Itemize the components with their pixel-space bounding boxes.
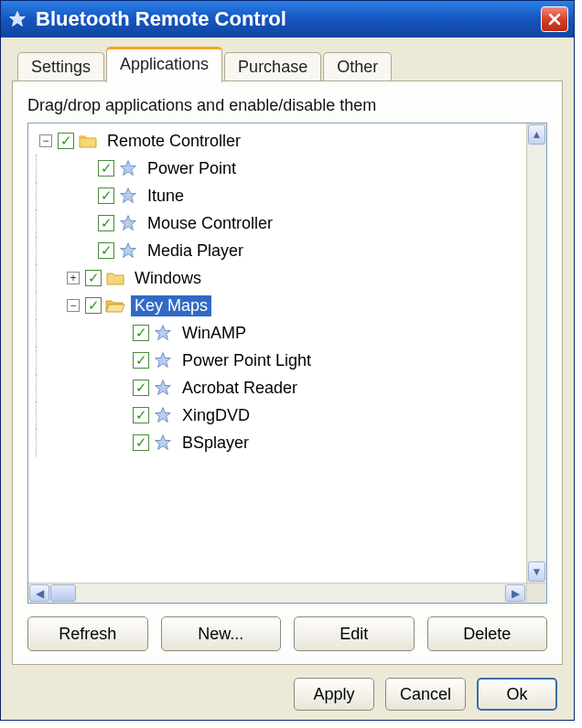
tree-view[interactable]: − ✓ Remote Controller ✓: [27, 123, 547, 604]
checkbox[interactable]: ✓: [85, 270, 102, 286]
checkbox[interactable]: ✓: [133, 380, 149, 396]
tree-label[interactable]: Windows: [131, 268, 205, 289]
svg-marker-8: [156, 408, 171, 423]
edit-button[interactable]: Edit: [294, 616, 415, 651]
svg-marker-7: [156, 380, 171, 395]
star-icon: [118, 241, 138, 261]
scroll-track[interactable]: [528, 145, 545, 561]
tree-label[interactable]: Mouse Controller: [144, 213, 276, 234]
dialog-button-row: Apply Cancel Ok: [12, 678, 563, 711]
tree-label[interactable]: BSplayer: [178, 433, 253, 454]
cancel-button[interactable]: Cancel: [385, 678, 466, 711]
tree-item-acrobat-reader[interactable]: ✓ Acrobat Reader: [36, 374, 524, 401]
scroll-left-icon[interactable]: ◀: [29, 584, 49, 602]
scroll-down-icon[interactable]: ▼: [528, 562, 545, 582]
svg-marker-3: [121, 216, 136, 230]
expander-plus-icon[interactable]: +: [67, 272, 80, 284]
tab-panel-applications: Drag/drop applications and enable/disabl…: [12, 80, 563, 665]
tree-item-power-point[interactable]: ✓ Power Point: [36, 155, 524, 182]
checkbox[interactable]: ✓: [133, 434, 149, 451]
star-icon: [153, 378, 173, 398]
tree-content: − ✓ Remote Controller ✓: [28, 123, 526, 583]
scroll-thumb[interactable]: [50, 584, 76, 602]
window: Bluetooth Remote Control Settings Applic…: [0, 0, 575, 721]
window-title: Bluetooth Remote Control: [36, 7, 541, 31]
tree-item-bsplayer[interactable]: ✓ BSplayer: [36, 429, 524, 456]
vertical-scrollbar[interactable]: ▲ ▼: [526, 123, 546, 583]
app-star-icon: [6, 8, 28, 30]
client-area: Settings Applications Purchase Other Dra…: [1, 37, 574, 720]
checkbox[interactable]: ✓: [98, 160, 114, 177]
folder-open-icon: [105, 295, 125, 316]
svg-marker-2: [121, 188, 136, 203]
instruction-text: Drag/drop applications and enable/disabl…: [27, 96, 547, 115]
tree-label[interactable]: Key Maps: [131, 295, 211, 316]
checkbox[interactable]: ✓: [98, 215, 114, 231]
expander-minus-icon[interactable]: −: [67, 299, 80, 312]
tree-label[interactable]: Remote Controller: [103, 131, 244, 152]
svg-marker-6: [156, 353, 171, 368]
tree-item-windows[interactable]: + ✓ Windows: [36, 264, 524, 292]
scroll-corner: [526, 583, 546, 603]
refresh-button[interactable]: Refresh: [27, 616, 148, 651]
apply-button[interactable]: Apply: [294, 678, 374, 711]
tree-label[interactable]: Media Player: [144, 241, 247, 262]
tree-label[interactable]: Itune: [144, 186, 188, 207]
new-button[interactable]: New...: [161, 616, 282, 651]
scroll-up-icon[interactable]: ▲: [528, 124, 545, 145]
tab-applications[interactable]: Applications: [106, 47, 222, 82]
tree-item-mouse-controller[interactable]: ✓ Mouse Controller: [36, 209, 524, 237]
checkbox[interactable]: ✓: [133, 352, 149, 369]
horizontal-scrollbar[interactable]: ◀ ▶: [28, 583, 546, 603]
tree-item-media-player[interactable]: ✓ Media Player: [36, 237, 524, 264]
star-icon: [118, 186, 138, 206]
svg-marker-4: [121, 243, 136, 258]
tree-item-key-maps[interactable]: − ✓ Key Maps: [36, 292, 524, 319]
checkbox[interactable]: ✓: [85, 297, 102, 314]
tree-label[interactable]: Power Point Light: [178, 350, 315, 371]
star-icon: [118, 213, 138, 233]
svg-marker-9: [156, 435, 171, 450]
tab-other[interactable]: Other: [323, 52, 392, 81]
star-icon: [153, 350, 173, 370]
scroll-track[interactable]: [50, 584, 504, 602]
star-icon: [153, 405, 173, 425]
tab-purchase[interactable]: Purchase: [224, 52, 321, 81]
close-button[interactable]: [541, 6, 568, 32]
tabstrip: Settings Applications Purchase Other: [17, 48, 563, 81]
tree-label[interactable]: Acrobat Reader: [178, 378, 301, 399]
folder-icon: [78, 131, 98, 151]
svg-marker-1: [121, 161, 136, 176]
tree-label[interactable]: WinAMP: [178, 323, 250, 344]
checkbox[interactable]: ✓: [58, 133, 74, 149]
star-icon: [153, 433, 173, 453]
tree-label[interactable]: Power Point: [144, 158, 240, 179]
titlebar[interactable]: Bluetooth Remote Control: [1, 1, 574, 37]
checkbox[interactable]: ✓: [98, 242, 114, 259]
action-row: Refresh New... Edit Delete: [27, 616, 547, 651]
tree-item-winamp[interactable]: ✓ WinAMP: [36, 319, 524, 347]
tab-settings[interactable]: Settings: [17, 52, 104, 81]
tree-item-power-point-light[interactable]: ✓ Power Point Light: [36, 347, 524, 374]
expander-minus-icon[interactable]: −: [39, 134, 52, 147]
checkbox[interactable]: ✓: [133, 325, 149, 341]
svg-marker-5: [156, 326, 171, 340]
star-icon: [118, 158, 138, 178]
delete-button[interactable]: Delete: [427, 616, 548, 651]
ok-button[interactable]: Ok: [477, 678, 557, 711]
checkbox[interactable]: ✓: [98, 187, 114, 204]
tree-item-itune[interactable]: ✓ Itune: [36, 182, 524, 209]
checkbox[interactable]: ✓: [133, 407, 149, 423]
scroll-right-icon[interactable]: ▶: [505, 584, 525, 602]
star-icon: [153, 323, 173, 343]
tree-item-xingdvd[interactable]: ✓ XingDVD: [36, 401, 524, 429]
tree-item-remote-controller[interactable]: − ✓ Remote Controller: [36, 127, 524, 155]
folder-icon: [105, 268, 125, 288]
tree-label[interactable]: XingDVD: [178, 405, 253, 426]
svg-marker-0: [10, 12, 26, 27]
